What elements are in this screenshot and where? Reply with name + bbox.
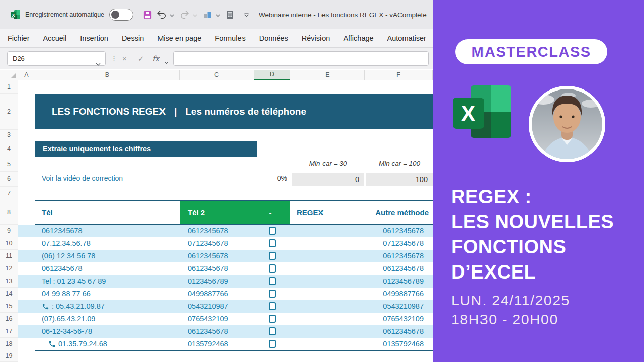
checkbox[interactable] [269, 290, 276, 298]
table-row: : 05.43.21.09.8705432109870543210987 [18, 300, 433, 313]
checkbox[interactable] [269, 315, 276, 323]
row-header-7[interactable]: 7 [0, 187, 18, 200]
svg-text:X: X [461, 101, 475, 126]
row-header-8[interactable]: 8 [0, 200, 18, 225]
cell-autre-methode: 0123456789 [383, 275, 424, 288]
tab-affichage[interactable]: Affichage [343, 34, 373, 42]
headline-line: FONCTIONS [451, 234, 614, 259]
cell-tel2: 0712345678 [188, 237, 228, 250]
column-header-F[interactable]: F [365, 70, 433, 80]
column-header-B[interactable]: B [35, 70, 180, 80]
checkbox[interactable] [269, 227, 276, 235]
column-header-C[interactable]: C [180, 70, 254, 80]
header-autre-methode: Autre méthode [375, 201, 429, 224]
cell-tel2: 0765432109 [188, 313, 228, 325]
tab-données[interactable]: Données [259, 34, 288, 42]
row-header-4[interactable]: 4 [0, 140, 18, 157]
cell-tel2: 0612345678 [188, 225, 228, 237]
tab-accueil[interactable]: Accueil [43, 34, 67, 42]
save-icon[interactable] [141, 9, 154, 21]
tab-insertion[interactable]: Insertion [80, 34, 108, 42]
formula-input[interactable] [173, 51, 429, 66]
autosave-toggle[interactable] [109, 9, 133, 21]
column-header-D[interactable]: D [254, 70, 290, 80]
row-header-17[interactable]: 17 [0, 325, 18, 338]
chart-icon[interactable] [201, 9, 214, 21]
row-header-3[interactable]: 3 [0, 130, 18, 140]
select-all-corner[interactable] [0, 70, 18, 80]
phone-icon [48, 340, 56, 348]
checkbox[interactable] [269, 239, 276, 247]
row-header-14[interactable]: 14 [0, 288, 18, 300]
row-header-1[interactable]: 1 [0, 80, 18, 94]
cell-tel: 0612345678 [42, 225, 83, 237]
document-title: Webinaire interne - Les fonctions REGEX … [259, 11, 427, 19]
titlebar: X Enregistrement automatique [0, 0, 433, 29]
cell-tel: 0612345678 [42, 262, 83, 275]
checkbox[interactable] [269, 252, 276, 260]
progress-value: 0% [277, 174, 287, 183]
autosave-label: Enregistrement automatique [25, 11, 104, 18]
insert-function-icon[interactable]: fx [152, 48, 159, 69]
cell-tel: 04 99 88 77 66 [42, 288, 91, 300]
header-regex: REGEX [297, 201, 324, 224]
row-header-11[interactable]: 11 [0, 250, 18, 262]
customize-toolbar-icon[interactable] [242, 11, 251, 19]
checkbox[interactable] [269, 327, 276, 335]
header-dash: - [265, 201, 275, 224]
name-box-chevron-icon[interactable] [96, 57, 101, 71]
tab-mise-en-page[interactable]: Mise en page [157, 34, 201, 42]
cell-autre-methode: 0612345678 [383, 225, 424, 237]
row-header-5[interactable]: 5 [0, 157, 18, 172]
fx-chevron-icon[interactable] [164, 57, 169, 66]
row-header-19[interactable]: 19 [0, 350, 18, 362]
undo-menu-chevron-icon[interactable] [170, 10, 174, 19]
row-header-6[interactable]: 6 [0, 172, 18, 187]
tab-fichier[interactable]: Fichier [8, 34, 30, 42]
cell-autre-methode: 0135792468 [383, 338, 424, 350]
redo-icon[interactable] [178, 9, 191, 21]
chart-menu-chevron-icon[interactable] [216, 10, 220, 19]
masterclass-badge: MASTERCLASS [455, 39, 607, 64]
checkbox[interactable] [269, 264, 276, 273]
header-tel2-cell: Tél 2 - [180, 201, 290, 224]
row-header-12[interactable]: 12 [0, 262, 18, 275]
row-header-18[interactable]: 18 [0, 338, 18, 350]
tab-dessin[interactable]: Dessin [122, 34, 144, 42]
promo-headline: REGEX :LES NOUVELLESFONCTIONSD’EXCEL [451, 184, 614, 285]
tab-formules[interactable]: Formules [215, 34, 245, 42]
checkbox[interactable] [269, 340, 276, 348]
name-box[interactable]: D26 [7, 51, 106, 66]
tel-value: : 05.43.21.09.87 [52, 300, 105, 313]
column-header-E[interactable]: E [290, 70, 365, 80]
tel-value: 06-12-34-56-78 [42, 325, 92, 338]
headline-line: LES NOUVELLES [451, 209, 614, 234]
calculator-icon[interactable] [224, 9, 236, 21]
row-header-16[interactable]: 16 [0, 313, 18, 325]
tel-value: 0612345678 [42, 225, 83, 237]
checkbox[interactable] [269, 302, 276, 310]
tab-révision[interactable]: Révision [302, 34, 330, 42]
row-header-9[interactable]: 9 [0, 225, 18, 237]
row-header-2[interactable]: 2 [0, 94, 18, 130]
banner-separator: | [174, 106, 177, 117]
excel-logo-icon: X [452, 84, 515, 142]
row-header-13[interactable]: 13 [0, 275, 18, 288]
min-car-30-value-cell: 0 [292, 173, 364, 186]
enter-icon[interactable]: ✓ [138, 48, 144, 69]
tab-automatiser[interactable]: Automatiser [387, 34, 426, 42]
checkbox[interactable] [269, 277, 276, 285]
correction-video-link[interactable]: Voir la vidéo de correction [42, 174, 123, 183]
cell-tel: 06-12-34-56-78 [42, 325, 92, 338]
cell-tel2: 0123456789 [188, 275, 228, 288]
row-header-15[interactable]: 15 [0, 300, 18, 313]
cancel-icon[interactable]: × [122, 48, 127, 69]
column-header-A[interactable]: A [18, 70, 35, 80]
undo-icon[interactable] [155, 9, 168, 21]
cell-autre-methode: 0543210987 [383, 300, 424, 313]
name-box-value: D26 [13, 55, 25, 62]
row-header-10[interactable]: 10 [0, 237, 18, 250]
min-car-100-label: Min car = 100 [366, 160, 433, 167]
formula-bar-separator: ⋮ [111, 48, 117, 69]
sheet-title-banner: LES FONCTIONS REGEX | Les numéros de tél… [35, 94, 433, 129]
